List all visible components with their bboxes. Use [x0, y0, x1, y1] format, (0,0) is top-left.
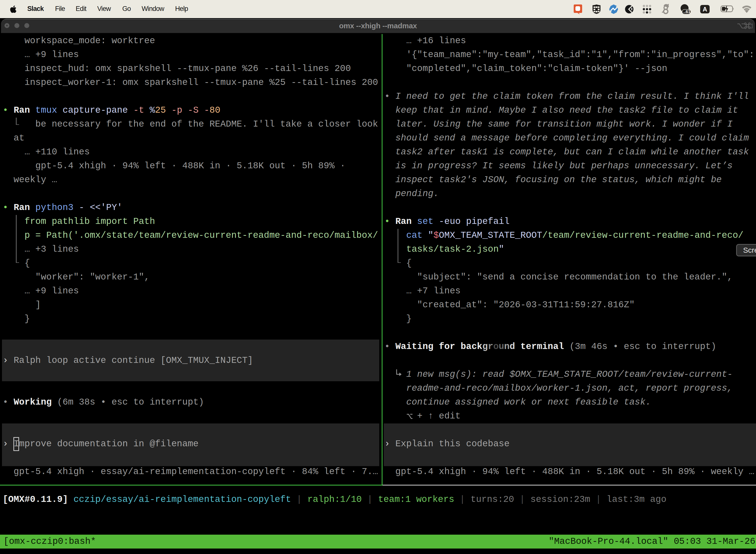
svg-text:1: 1: [750, 22, 753, 30]
svg-text:..61: ..61: [683, 9, 690, 14]
